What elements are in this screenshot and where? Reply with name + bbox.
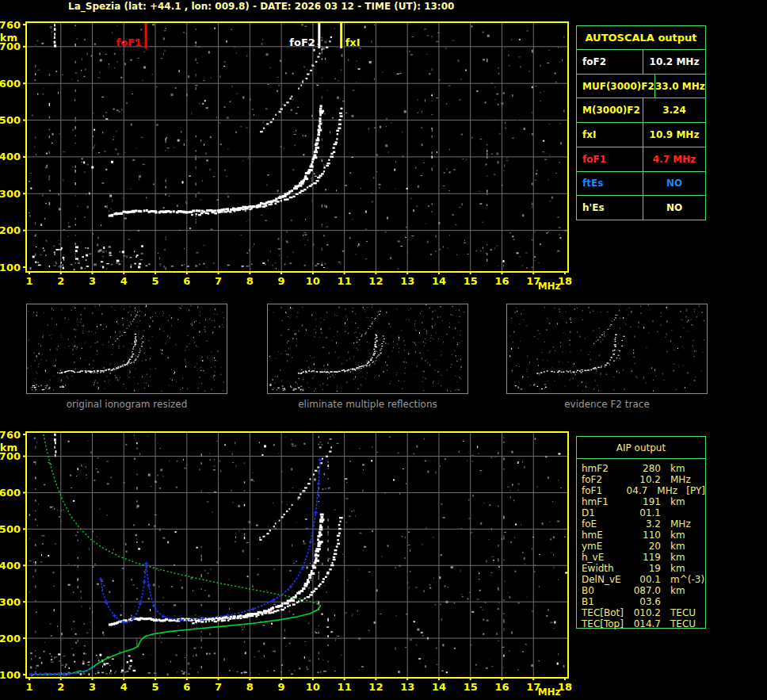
noise-dots bbox=[29, 434, 568, 676]
aip-pu: MHz bbox=[657, 485, 685, 496]
aip-pl: foF2 bbox=[582, 474, 632, 485]
x-tick-label: 11 bbox=[338, 275, 352, 287]
aip-pl: TEC[Bot] bbox=[582, 607, 632, 618]
aip-pl: DelN_vE bbox=[582, 574, 632, 585]
x-axis-unit: MHz bbox=[538, 281, 561, 292]
aip-row-TEC[Bot]: TEC[Bot]010.2TECU bbox=[582, 607, 705, 618]
plot-border bbox=[26, 432, 568, 678]
aip-pv: 03.6 bbox=[632, 596, 661, 607]
y-tick-label: 760 bbox=[0, 429, 21, 441]
thumbnail-caption: original ionogram resized bbox=[26, 399, 227, 410]
param-value: 10.9 MHz bbox=[643, 123, 705, 147]
thumbnail-plot bbox=[507, 304, 707, 393]
autoscala-row-foF1: foF14.7 MHz bbox=[577, 147, 705, 172]
x-tick-label: 7 bbox=[215, 275, 222, 287]
param-value: 33.0 MHz bbox=[655, 75, 705, 98]
aip-pn: [PY] bbox=[686, 485, 705, 496]
aip-pv: 00.1 bbox=[632, 574, 661, 585]
aip-row-ymE: ymE20km bbox=[582, 541, 705, 552]
thumbnail-multiple-reflections bbox=[267, 304, 468, 394]
aip-row-D1: D101.1 bbox=[582, 507, 705, 518]
aip-pu: MHz bbox=[670, 474, 704, 485]
param-label: MUF(3000)F2 bbox=[577, 75, 655, 98]
x-tick-label: 8 bbox=[246, 275, 254, 287]
frequency-markers: foF1foF2fxI bbox=[116, 23, 361, 48]
thumbnail-plot bbox=[268, 304, 467, 393]
marker-label-foF2: foF2 bbox=[289, 36, 315, 48]
aip-row-TEC[Top]: TEC[Top]014.7TECU bbox=[582, 618, 705, 629]
x-tick-label: 6 bbox=[183, 275, 190, 287]
aip-row-foE: foE3.2MHz bbox=[582, 518, 705, 530]
thumbnail-caption: evidence F2 trace bbox=[506, 399, 708, 410]
param-label: M(3000)F2 bbox=[577, 98, 643, 122]
aip-pl: B1 bbox=[582, 596, 632, 607]
aip-pu: km bbox=[670, 530, 704, 541]
aip-pl: h_vE bbox=[582, 552, 632, 563]
aip-pu: km bbox=[670, 496, 704, 507]
y-tick-label: 760 bbox=[0, 19, 21, 31]
aip-pv: 010.2 bbox=[632, 607, 661, 618]
aip-row-DelN_vE: DelN_vE00.1m^(-3) bbox=[582, 574, 705, 585]
x-tick-label: 12 bbox=[368, 275, 383, 287]
x-axis-unit: MHz bbox=[538, 687, 561, 698]
aip-pv: 119 bbox=[632, 552, 661, 563]
y-axis-unit: km bbox=[0, 442, 17, 453]
x-tick-label: 3 bbox=[89, 681, 96, 693]
aip-pl: hmF2 bbox=[582, 463, 632, 474]
autoscala-row-M(3000)F2: M(3000)F23.24 bbox=[577, 98, 705, 123]
aip-table-title: AIP output bbox=[577, 437, 705, 459]
grid-lines bbox=[26, 432, 568, 678]
profile-ionogram-plot: 760700600500400300200100km12345678910111… bbox=[0, 427, 578, 700]
param-label: h'Es bbox=[577, 196, 643, 220]
autoscala-table-title: AUTOSCALA output bbox=[577, 26, 705, 50]
y-tick-label: 500 bbox=[0, 114, 21, 126]
plot-content: 760700600500400300200100km12345678910111… bbox=[0, 429, 572, 698]
aip-pv: 087.0 bbox=[632, 585, 661, 596]
aip-row-h_vE: h_vE119km bbox=[582, 552, 705, 563]
x-tick-label: 8 bbox=[246, 681, 254, 693]
autoscala-output-table: AUTOSCALA output foF210.2 MHzMUF(3000)F2… bbox=[576, 25, 706, 220]
x-tick-label: 16 bbox=[494, 681, 509, 693]
autoscala-row-MUF(3000)F2: MUF(3000)F233.0 MHz bbox=[577, 75, 705, 99]
param-label: foF2 bbox=[577, 50, 643, 74]
aip-pu: m^(-3) bbox=[670, 574, 704, 585]
x-tick-label: 6 bbox=[183, 681, 190, 693]
main-ionogram-plot: 760700600500400300200100km12345678910111… bbox=[0, 16, 578, 295]
x-tick-label: 13 bbox=[400, 275, 414, 287]
y-axis-unit: km bbox=[0, 32, 17, 44]
aip-table-rows: hmF2280kmfoF210.2MHzfoF104.7MHz[PY]hmF11… bbox=[577, 459, 705, 631]
thumbnail-original-ionogram bbox=[26, 304, 227, 394]
y-tick-label: 500 bbox=[0, 523, 21, 535]
aip-pv: 01.1 bbox=[632, 507, 661, 518]
param-value: 10.2 MHz bbox=[643, 50, 705, 74]
x-tick-label: 9 bbox=[278, 275, 285, 287]
x-tick-label: 14 bbox=[432, 681, 446, 693]
x-tick-label: 3 bbox=[89, 275, 96, 287]
y-tick-label: 400 bbox=[0, 151, 21, 163]
y-tick-label: 200 bbox=[0, 633, 21, 645]
x-tick-label: 2 bbox=[57, 275, 64, 287]
autoscala-row-fxI: fxI10.9 MHz bbox=[577, 123, 705, 147]
axis-ticks bbox=[23, 25, 565, 274]
thumbnail-plot bbox=[27, 304, 227, 393]
aip-pl: hmE bbox=[582, 530, 632, 541]
x-tick-label: 4 bbox=[120, 275, 128, 287]
marker-label-fxI: fxI bbox=[345, 36, 361, 48]
aip-row-foF1: foF104.7MHz[PY] bbox=[582, 485, 705, 496]
aip-row-hmF2: hmF2280km bbox=[582, 463, 705, 474]
aip-pl: TEC[Top] bbox=[582, 618, 632, 629]
aip-pv: 280 bbox=[632, 463, 661, 474]
aip-pl: D1 bbox=[582, 507, 632, 518]
autoscala-row-foF2: foF210.2 MHz bbox=[577, 50, 705, 75]
aip-pu: MHz bbox=[670, 518, 704, 530]
aip-pv: 19 bbox=[632, 563, 661, 574]
marker-label-foF1: foF1 bbox=[116, 36, 143, 48]
aip-pl: hmF1 bbox=[582, 496, 632, 507]
param-label: fxI bbox=[577, 123, 643, 147]
param-label: foF1 bbox=[577, 147, 643, 171]
x-tick-label: 2 bbox=[57, 681, 64, 693]
x-tick-label: 15 bbox=[464, 275, 478, 287]
axis-labels: 760700600500400300200100km12345678910111… bbox=[0, 19, 572, 293]
aip-pv: 20 bbox=[632, 541, 661, 552]
x-tick-label: 10 bbox=[306, 275, 320, 287]
